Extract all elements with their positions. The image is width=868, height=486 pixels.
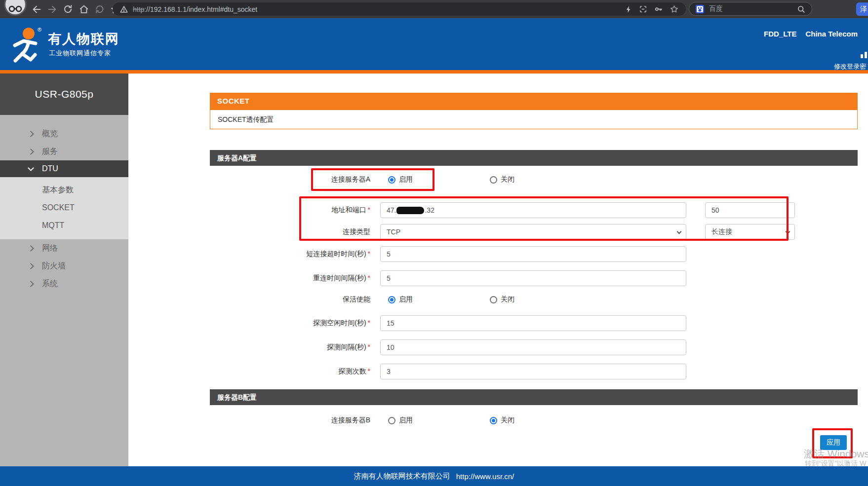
- radio-disable-a-label: 关闭: [501, 175, 514, 184]
- required-asterisk: *: [368, 367, 370, 375]
- network-status: FDD_LTE China Telecom: [764, 30, 858, 38]
- row-probe-count: 探测次数*: [210, 363, 858, 380]
- probe-interval-input[interactable]: [380, 339, 686, 355]
- radio-disable-a[interactable]: [490, 176, 497, 184]
- account-initial: 泽: [860, 5, 867, 14]
- secondary-search-bar[interactable]: 百度: [689, 2, 812, 16]
- chevron-right-icon: [28, 281, 34, 287]
- required-asterisk: *: [368, 274, 370, 282]
- password-key-icon[interactable]: [654, 4, 663, 14]
- page-title: SOCKET: [210, 93, 858, 110]
- header-accent-line: [0, 70, 868, 74]
- required-asterisk: *: [368, 319, 370, 327]
- radio-enable-b-label: 启用: [399, 416, 413, 425]
- forward-button[interactable]: [45, 2, 59, 16]
- probe-count-input[interactable]: [380, 364, 686, 379]
- undo-button[interactable]: [93, 2, 106, 16]
- browser-account-badge[interactable]: 泽: [856, 2, 868, 16]
- sidebar-item-firewall[interactable]: 防火墙: [0, 257, 128, 275]
- brand-name: 有人物联网: [48, 30, 119, 48]
- screen-capture-icon[interactable]: [639, 5, 647, 13]
- short-timeout-input[interactable]: [380, 246, 686, 262]
- required-asterisk: *: [368, 250, 370, 258]
- sidebar-item-dtu[interactable]: DTU: [0, 160, 128, 177]
- forward-icon: [47, 4, 58, 15]
- not-secure-warning-icon: [119, 5, 128, 14]
- row-connect-server-b: 连接服务器B 启用 关闭: [210, 412, 858, 429]
- address-label: 地址和端口*: [210, 206, 380, 215]
- reload-button[interactable]: [61, 2, 75, 16]
- connection-type-select[interactable]: TCP: [380, 224, 686, 240]
- probe-interval-label: 探测间隔(秒)*: [210, 343, 380, 352]
- network-type: FDD_LTE: [764, 30, 796, 38]
- sidebar: USR-G805p 概览 服务 DTU 基本参数 SOCKET MQTT: [0, 74, 128, 466]
- radio-enable-a-label: 启用: [399, 175, 413, 184]
- row-short-timeout: 短连接超时时间(秒)*: [210, 246, 858, 262]
- baidu-icon: [695, 4, 705, 14]
- back-icon: [31, 4, 42, 15]
- sidebar-item-mqtt[interactable]: MQTT: [0, 217, 128, 234]
- device-name: USR-G805p: [35, 88, 94, 100]
- type-label: 连接类型: [210, 227, 380, 236]
- connection-mode-select[interactable]: 长连接: [705, 224, 795, 240]
- port-input[interactable]: [705, 202, 795, 218]
- chevron-right-icon: [28, 263, 34, 269]
- section-b-title: 服务器B配置: [210, 389, 858, 405]
- chevron-right-icon: [28, 245, 34, 252]
- browser-toolbar: http://192.168.1.1/index.html#dtu_socket…: [0, 0, 868, 18]
- sidebar-item-network[interactable]: 网络: [0, 239, 128, 257]
- radio-disable-b[interactable]: [490, 417, 497, 424]
- section-a-title: 服务器A配置: [210, 150, 858, 166]
- row-address-port: 地址和端口* 47..32: [210, 202, 858, 219]
- sidebar-item-system[interactable]: 系统: [0, 275, 128, 293]
- radio-keepalive-disable[interactable]: [490, 296, 497, 303]
- sidebar-item-overview[interactable]: 概览: [0, 125, 128, 143]
- undo-arrow-icon: [94, 4, 105, 14]
- sidebar-item-basic-params[interactable]: 基本参数: [0, 181, 128, 199]
- footer: 济南有人物联网技术有限公司 http://www.usr.cn/: [0, 466, 868, 486]
- radio-keepalive-enable[interactable]: [388, 296, 395, 303]
- browser-profile-avatar[interactable]: [4, 0, 27, 16]
- required-asterisk: *: [368, 206, 370, 214]
- url-text: http://192.168.1.1/index.html#dtu_socket: [133, 5, 620, 13]
- radio-keepalive-disable-label: 关闭: [501, 295, 514, 304]
- row-keepalive: 保活使能 启用 关闭: [210, 291, 858, 308]
- sidebar-item-socket[interactable]: SOCKET: [0, 199, 128, 217]
- probe-idle-label: 探测空闲时间(秒)*: [210, 319, 380, 328]
- dtu-submenu: 基本参数 SOCKET MQTT: [0, 177, 128, 239]
- signal-bars-icon: [861, 47, 868, 58]
- chevron-right-icon: [28, 131, 34, 137]
- probe-idle-input[interactable]: [380, 315, 686, 331]
- footer-company: 济南有人物联网技术有限公司: [354, 472, 450, 481]
- brand-slogan: 工业物联网通信专家: [49, 49, 111, 58]
- redaction-blob: [396, 207, 424, 214]
- sidebar-item-services[interactable]: 服务: [0, 143, 128, 160]
- carrier-name: China Telecom: [805, 30, 858, 38]
- reload-icon: [63, 4, 73, 14]
- radio-enable-b[interactable]: [388, 417, 395, 424]
- lightning-icon[interactable]: [625, 5, 632, 14]
- home-icon: [79, 4, 89, 15]
- footer-url[interactable]: http://www.usr.cn/: [456, 472, 514, 481]
- back-button[interactable]: [30, 2, 43, 16]
- connect-b-label: 连接服务器B: [210, 416, 380, 425]
- radio-enable-a[interactable]: [388, 176, 395, 184]
- chevron-right-icon: [28, 149, 34, 155]
- address-bar[interactable]: http://192.168.1.1/index.html#dtu_socket: [113, 2, 686, 16]
- usr-logo-icon: ®: [8, 26, 46, 64]
- glasses-icon: [7, 4, 24, 14]
- probe-count-label: 探测次数*: [210, 367, 380, 376]
- home-button[interactable]: [77, 2, 90, 16]
- page-subtitle: SOCKET透传配置: [210, 110, 858, 129]
- search-icon[interactable]: [796, 4, 806, 14]
- keepalive-label: 保活使能: [210, 295, 380, 304]
- reconnect-interval-input[interactable]: [380, 270, 686, 286]
- required-asterisk: *: [368, 343, 370, 351]
- site-header: ® 有人物联网 工业物联网通信专家 FDD_LTE China Telecom …: [0, 18, 868, 70]
- row-connect-server-a: 连接服务器A 启用 关闭: [210, 171, 858, 188]
- windows-activation-watermark: 激活 Windows: [804, 447, 868, 461]
- bookmark-star-icon[interactable]: [670, 4, 679, 14]
- address-input[interactable]: 47..32: [380, 202, 686, 218]
- radio-disable-b-label: 关闭: [501, 416, 514, 425]
- search-engine-label: 百度: [709, 4, 792, 13]
